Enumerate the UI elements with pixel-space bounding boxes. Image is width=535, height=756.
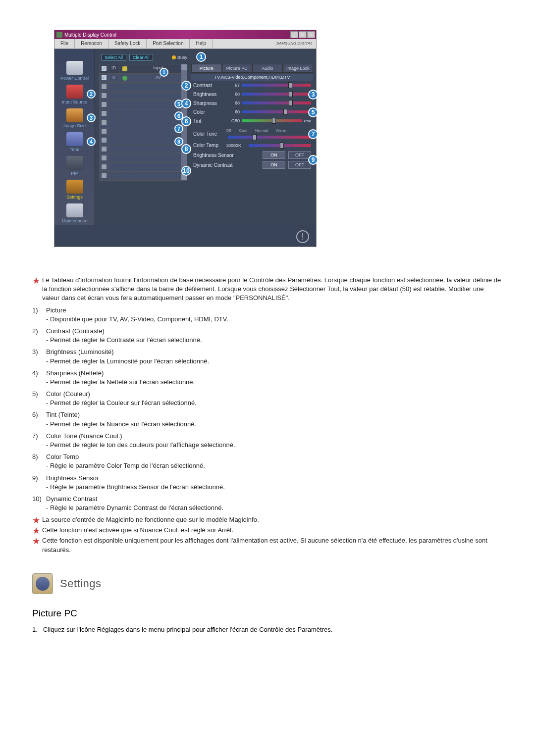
dynamic-contrast-off[interactable]: OFF [288,161,311,169]
sidebar: Power Control Input Source 2 Image Size … [54,49,95,225]
close-button[interactable]: × [307,31,315,38]
callout-3: 3 [87,113,96,122]
table-row[interactable]: 0 AV [100,73,187,82]
menu-file[interactable]: File [54,39,75,49]
dynamic-contrast-row: Dynamic Contrast ON OFF [191,160,313,170]
color-slider[interactable] [242,110,311,113]
busy-dot-icon [172,55,176,59]
brightness-slider[interactable] [242,93,311,96]
tint-slider[interactable] [242,119,302,122]
table-row[interactable] [100,127,187,136]
brightness-sensor-off[interactable]: OFF [288,151,311,159]
busy-indicator: Busy [172,54,187,61]
info-table-pane: Select All Clear All Busy ID Input [95,49,189,225]
step-number: 1. [32,626,43,633]
row-checkbox[interactable] [102,155,107,160]
maintenance-icon [66,203,83,217]
color-row: Color 60 [191,107,313,116]
callout-1: 1 [160,68,168,77]
app-icon [56,32,62,38]
tab-picture[interactable]: Picture [191,64,222,73]
tab-picture-pc[interactable]: Picture PC [222,64,253,73]
sidebar-item-input[interactable]: Input Source 2 [54,83,95,106]
table-row[interactable] [100,162,187,171]
color-temp-slider[interactable] [249,144,311,147]
sharpness-slider[interactable] [242,101,311,104]
titlebar: Multiple Display Control _ □ × [54,30,316,39]
menu-remocon[interactable]: Remocon [75,39,108,49]
settings-pane: Picture Picture PC Audio Image Lock TV,A… [189,49,316,225]
section-title: Settings [60,577,102,590]
row-checkbox[interactable] [102,147,107,151]
brightness-row: Brightness 68 [191,90,313,99]
clear-all-button[interactable]: Clear All [129,54,153,61]
sidebar-item-maintenance[interactable]: Maintenance [54,202,95,225]
maximize-button[interactable]: □ [299,31,307,38]
color-temp-label: Color Temp [193,143,226,148]
table-row[interactable] [100,100,187,109]
row-checkbox[interactable] [102,120,107,125]
tab-image-lock[interactable]: Image Lock [283,64,314,73]
table-row[interactable] [100,153,187,162]
row-checkbox[interactable] [102,84,107,89]
subsection-title: Picture PC [32,608,503,619]
menu-port-selection[interactable]: Port Selection [147,39,190,49]
menu-safety-lock[interactable]: Safety Lock [108,39,147,49]
step-text: Cliquez sur l'icône Réglages dans le men… [43,626,332,633]
star-icon: ★ [32,516,42,525]
row-checkbox[interactable] [102,164,107,169]
input-icon [66,85,83,99]
brightness-sensor-on[interactable]: ON [263,151,285,159]
sidebar-item-time[interactable]: Time 4 [54,130,95,154]
table-row[interactable] [100,109,187,118]
app-title: Multiple Display Control [64,32,116,38]
header-checkbox[interactable] [102,66,107,71]
star-icon: ★ [32,276,42,303]
table-row[interactable] [100,171,187,180]
star-text-2: La source d'entrée de MagicInfo ne fonct… [42,515,503,525]
table-row[interactable] [100,136,187,145]
sidebar-item-image[interactable]: Image Size 3 [54,106,95,130]
star-text-4: Cette fonction est disponible uniquement… [42,536,503,554]
row-checkbox[interactable] [102,138,107,143]
info-grid: ID Input 0 AV [99,64,187,181]
star-text-1: Le Tableau d'Information fournit l'infor… [42,276,503,303]
scroll-up-icon[interactable] [181,64,187,70]
table-row[interactable] [100,118,187,127]
settings-callout-2: 2 [181,81,191,91]
menu-help[interactable]: Help [190,39,213,49]
row-checkbox[interactable] [102,75,107,80]
settings-callout-8: 8 [181,144,191,154]
contrast-row: Contrast 67 [191,81,313,90]
settings-callout-10: 10 [181,166,191,176]
row-checkbox[interactable] [102,102,107,107]
row-checkbox[interactable] [102,93,107,98]
settings-callout-4: 4 [181,99,191,108]
select-all-button[interactable]: Select All [101,54,126,61]
status-green-icon [122,76,127,81]
table-row[interactable] [100,145,187,153]
dynamic-contrast-on[interactable]: ON [263,161,285,169]
settings-callout-9: 9 [308,155,318,165]
sidebar-item-settings[interactable]: Settings [54,178,95,202]
pip-icon [66,156,83,170]
star-icon: ★ [32,537,42,554]
status-header-icon [122,66,127,71]
table-row[interactable] [100,91,187,100]
numbered-list: 1)Picture- Disponible que pour TV, AV, S… [32,306,503,513]
callout-4: 4 [87,137,96,146]
sidebar-item-power[interactable]: Power Control [54,59,95,83]
minimize-button[interactable]: _ [290,31,298,38]
star-text-3: Cette fonction n'est activée que si Nuan… [42,526,503,535]
settings-section-icon [32,573,53,594]
sidebar-item-pip[interactable]: PIP [54,154,95,178]
tab-audio[interactable]: Audio [252,64,283,73]
color-tone-slider[interactable] [228,136,311,139]
row-checkbox[interactable] [102,173,107,178]
row-checkbox[interactable] [102,129,107,134]
table-row[interactable] [100,82,187,91]
settings-callout-7: 7 [308,129,318,139]
contrast-slider[interactable] [242,84,311,87]
star-icon: ★ [32,526,42,535]
row-checkbox[interactable] [102,111,107,116]
